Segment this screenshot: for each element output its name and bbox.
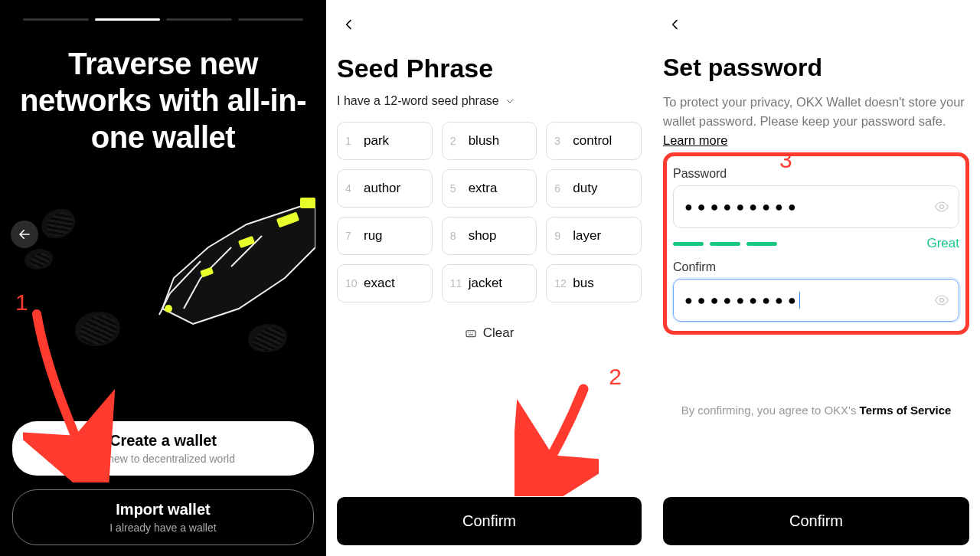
set-password-pane: Set password To protect your privacy, OK… [652,0,980,556]
seed-word-index: 8 [450,230,464,242]
seed-word-value: bus [573,276,593,291]
seed-word-index: 5 [450,182,464,195]
seed-word-value: layer [573,228,601,244]
password-strength-meter: Great [673,236,959,251]
seed-word-input[interactable]: 11jacket [442,264,537,303]
seed-word-input[interactable]: 12bus [546,264,642,303]
seed-word-index: 11 [450,277,464,289]
progress-tabs [23,18,303,21]
seed-word-index: 2 [450,135,464,147]
chevron-down-icon [505,96,514,106]
annotation-number-1: 1 [15,289,28,316]
seed-word-input[interactable]: 7rug [337,217,433,255]
import-wallet-button[interactable]: Import wallet I already have a wallet [12,489,314,545]
strength-label: Great [926,236,959,251]
import-wallet-subtitle: I already have a wallet [21,522,305,534]
import-wallet-title: Import wallet [21,501,305,518]
set-password-description: To protect your privacy, OKX Wallet does… [663,93,969,149]
confirm-button[interactable]: Confirm [663,497,969,545]
seed-word-index: 3 [554,135,568,147]
welcome-headline: Traverse new networks with all-in-one wa… [15,45,311,155]
progress-dot [238,18,304,21]
seed-word-input[interactable]: 6duty [546,169,642,208]
clear-button[interactable]: Clear [337,325,642,341]
confirm-password-mask: ●●●●●●●●● [684,293,801,309]
svg-rect-4 [300,198,315,208]
progress-dot-active [95,18,161,21]
back-button[interactable] [338,14,360,35]
set-password-title: Set password [663,54,969,82]
seed-word-input[interactable]: 3control [546,122,642,160]
terms-link[interactable]: Terms of Service [860,404,952,417]
back-button[interactable] [11,221,38,248]
confirm-button[interactable]: Confirm [337,497,642,545]
seed-word-index: 12 [554,277,568,289]
eye-icon[interactable] [934,293,949,308]
seed-word-index: 10 [345,277,359,289]
progress-dot [166,18,232,21]
annotation-arrow-2 [514,381,599,496]
seed-word-input[interactable]: 4author [337,169,433,208]
agree-text: By confirming, you agree to OKX's [681,404,860,417]
progress-dot [23,18,89,21]
confirm-password-label: Confirm [673,260,959,274]
seed-word-value: rug [364,228,383,244]
onboarding-welcome-pane: Traverse new networks with all-in-one wa… [0,0,326,556]
seed-word-input[interactable]: 10exact [337,264,433,303]
annotation-number-2: 2 [609,364,622,390]
chevron-left-icon [343,18,355,31]
terms-agreement: By confirming, you agree to OKX's Terms … [663,404,969,417]
seed-length-selector[interactable]: I have a 12-word seed phrase [337,94,642,108]
seed-word-input[interactable]: 8shop [442,217,537,255]
seed-phrase-pane: Seed Phrase I have a 12-word seed phrase… [326,0,652,556]
seed-word-value: jacket [469,276,502,291]
coin-chip-icon [38,204,82,244]
clear-label: Clear [483,325,514,341]
seed-word-index: 6 [554,182,568,195]
seed-phrase-title: Seed Phrase [337,54,642,83]
learn-more-link[interactable]: Learn more [663,133,727,147]
desc-text: To protect your privacy, OKX Wallet does… [663,95,965,128]
seed-length-label: I have a 12-word seed phrase [337,94,499,108]
coin-chip-icon [24,249,55,272]
strength-bar [673,242,704,246]
seed-word-value: shop [469,228,497,244]
svg-point-6 [940,205,944,209]
seed-word-value: duty [573,181,597,196]
confirm-label: Confirm [462,512,516,529]
seed-word-index: 1 [345,135,359,147]
svg-rect-5 [466,331,475,337]
seed-word-value: exact [364,276,395,291]
seed-word-index: 9 [554,230,568,242]
seed-word-value: blush [469,133,500,149]
eye-icon[interactable] [934,199,949,214]
arrow-left-icon [18,227,31,241]
strength-bar [710,242,740,246]
seed-word-index: 4 [345,182,359,195]
svg-point-3 [165,305,172,312]
seed-word-value: park [364,133,389,149]
seed-word-input[interactable]: 2blush [442,122,537,160]
password-label: Password [673,167,959,181]
password-input[interactable]: ●●●●●●●●● [673,185,959,228]
back-button[interactable] [665,14,686,35]
seed-word-value: control [573,133,612,149]
robot-hand-icon [86,194,315,347]
confirm-label: Confirm [789,512,843,529]
seed-word-value: author [364,181,400,196]
seed-word-input[interactable]: 5extra [442,169,537,208]
text-caret [799,292,801,309]
annotation-arrow-1 [23,306,115,482]
seed-word-index: 7 [345,230,359,242]
keyboard-icon [465,327,477,339]
password-mask: ●●●●●●●●● [684,199,801,215]
annotation-number-3: 3 [779,147,792,173]
seed-word-input[interactable]: 1park [337,122,433,160]
svg-point-7 [940,299,944,303]
seed-word-grid: 1park2blush3control4author5extra6duty7ru… [337,122,642,303]
seed-word-value: extra [469,181,498,196]
seed-word-input[interactable]: 9layer [546,217,642,255]
confirm-password-input[interactable]: ●●●●●●●●● [673,279,959,322]
annotation-highlight-box: Password ●●●●●●●●● Great Confirm ●●●●●●●… [663,152,969,335]
strength-bar [746,242,777,246]
